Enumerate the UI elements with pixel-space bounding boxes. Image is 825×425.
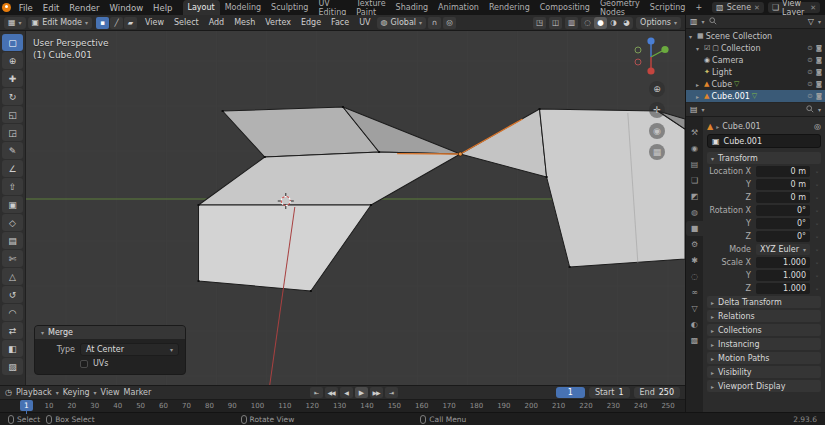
- keyframe-dot-icon[interactable]: ◦: [813, 194, 821, 201]
- keyframe-dot-icon[interactable]: ◦: [813, 246, 821, 253]
- frame-start-field[interactable]: Start 1: [589, 387, 630, 398]
- outliner-editor-icon[interactable]: ▥: [690, 17, 698, 26]
- camera-view-icon[interactable]: ◉: [649, 123, 665, 139]
- timeline-ruler[interactable]: 1 1 10 20 30 40 50 60 70 80 90 100 110 1…: [0, 399, 685, 412]
- prop-tab-world[interactable]: ◍: [686, 205, 703, 220]
- location-y-field[interactable]: 0 m: [756, 179, 810, 190]
- prop-tab-scene[interactable]: ◩: [686, 189, 703, 204]
- section-motion-paths[interactable]: ▸ Motion Paths: [707, 352, 821, 364]
- scale-x-field[interactable]: 1.000: [756, 257, 810, 268]
- tool-poly-build[interactable]: △: [2, 268, 23, 285]
- tool-extrude-region[interactable]: ⇧: [2, 178, 23, 195]
- add-workspace-button[interactable]: +: [690, 0, 707, 15]
- render-visibility-icon[interactable]: ◙: [816, 80, 822, 88]
- menu-file[interactable]: File: [14, 0, 38, 15]
- prop-tab-particles[interactable]: ✱: [686, 253, 703, 268]
- outliner-row-cube-001[interactable]: ▸ ▲ Cube.001 ▽ ⊙ ◙: [686, 90, 825, 102]
- prop-tab-tool[interactable]: ⚒: [686, 125, 703, 140]
- timeline-editor-icon[interactable]: ◷: [5, 388, 12, 397]
- outliner-row-camera[interactable]: ◉ Camera ⊙ ◙: [686, 54, 825, 66]
- menu-mesh[interactable]: Mesh: [230, 18, 259, 27]
- tab-layout[interactable]: Layout: [183, 0, 220, 15]
- merge-uvs-checkbox[interactable]: [80, 360, 88, 368]
- viewport-canvas[interactable]: User Perspective (1) Cube.001: [26, 31, 685, 385]
- collapsed-icon[interactable]: ▸: [696, 93, 702, 100]
- current-frame-field[interactable]: 1: [556, 387, 585, 398]
- gizmos-toggle[interactable]: ◳: [533, 17, 546, 29]
- prev-keyframe-button[interactable]: ◀◀: [325, 387, 338, 398]
- navigation-gizmo[interactable]: [631, 35, 671, 75]
- tool-select-box[interactable]: ▢: [2, 34, 23, 51]
- hide-eye-icon[interactable]: ⊙: [807, 80, 812, 88]
- collapsed-icon[interactable]: ▸: [696, 81, 702, 88]
- tool-cursor[interactable]: ⊕: [2, 52, 23, 69]
- blender-logo-icon[interactable]: [0, 0, 14, 15]
- outliner-row-cube[interactable]: ▸ ▲ Cube ▽ ⊙ ◙: [686, 78, 825, 90]
- properties-editor-icon[interactable]: ▤: [690, 105, 698, 114]
- section-viewport-display[interactable]: ▸ Viewport Display: [707, 380, 821, 392]
- scene-unlink-icon[interactable]: ✕: [754, 4, 760, 12]
- tab-texture-paint[interactable]: Texture Paint: [351, 0, 390, 15]
- keyframe-dot-icon[interactable]: ◦: [813, 181, 821, 188]
- shading-material-button[interactable]: ◑: [607, 17, 620, 29]
- pin-icon[interactable]: ◎: [814, 122, 821, 131]
- edge-select-button[interactable]: ╱: [110, 17, 123, 29]
- tool-scale[interactable]: ◱: [2, 106, 23, 123]
- play-reverse-button[interactable]: ◀: [340, 387, 353, 398]
- tab-uv-editing[interactable]: UV Editing: [313, 0, 351, 15]
- snap-magnet-toggle[interactable]: ∩: [428, 17, 441, 29]
- tab-animation[interactable]: Animation: [433, 0, 484, 15]
- jump-to-end-button[interactable]: ⇥: [385, 387, 398, 398]
- prop-tab-object[interactable]: ■: [686, 221, 703, 236]
- prop-tab-physics[interactable]: ◌: [686, 269, 703, 284]
- playhead[interactable]: 1: [20, 400, 33, 413]
- menu-view[interactable]: View: [141, 18, 168, 27]
- section-transform[interactable]: ▾ Transform: [707, 152, 821, 164]
- prop-tab-object-data[interactable]: ▽: [686, 301, 703, 316]
- menu-edit[interactable]: Edit: [38, 0, 64, 15]
- keyframe-dot-icon[interactable]: ◦: [813, 272, 821, 279]
- scale-z-field[interactable]: 1.000: [756, 283, 810, 294]
- render-visibility-icon[interactable]: ◙: [816, 68, 822, 76]
- ortho-toggle-icon[interactable]: ▦: [649, 144, 665, 160]
- keyframe-dot-icon[interactable]: ◦: [813, 207, 821, 214]
- tab-shading[interactable]: Shading: [391, 0, 434, 15]
- merge-type-dropdown[interactable]: At Center ▾: [80, 343, 179, 356]
- tab-sculpting[interactable]: Sculpting: [266, 0, 313, 15]
- outliner-row-collection[interactable]: ▾ ☑ ▢ Collection ⊙ ◙: [686, 42, 825, 54]
- section-visibility[interactable]: ▸ Visibility: [707, 366, 821, 378]
- rotation-z-field[interactable]: 0°: [756, 231, 810, 242]
- menu-timeline-view[interactable]: View: [101, 388, 120, 397]
- render-visibility-icon[interactable]: ◙: [816, 56, 822, 64]
- object-name-field[interactable]: ▣ Cube.001: [707, 134, 821, 148]
- play-button[interactable]: ▶: [355, 387, 368, 398]
- search-icon[interactable]: [709, 17, 717, 27]
- menu-face[interactable]: Face: [327, 18, 353, 27]
- tool-rotate[interactable]: ↻: [2, 88, 23, 105]
- face-select-button[interactable]: ▰: [124, 17, 137, 29]
- expanded-icon[interactable]: ▾: [696, 45, 702, 52]
- tool-transform[interactable]: ◲: [2, 124, 23, 141]
- hide-eye-icon[interactable]: ⊙: [807, 92, 812, 100]
- tool-spin[interactable]: ↺: [2, 286, 23, 303]
- scene-selector[interactable]: ▧ Scene ✕: [712, 2, 764, 13]
- outliner-row-scene-collection[interactable]: ▾ ▦ Scene Collection: [686, 30, 825, 42]
- tool-bevel[interactable]: ◇: [2, 214, 23, 231]
- tool-annotate[interactable]: ✎: [2, 142, 23, 159]
- zoom-icon[interactable]: ⊕: [649, 81, 665, 97]
- render-visibility-icon[interactable]: ◙: [816, 44, 822, 52]
- tool-move[interactable]: ✚: [2, 70, 23, 87]
- menu-select[interactable]: Select: [170, 18, 203, 27]
- jump-to-start-button[interactable]: ⇤: [310, 387, 323, 398]
- proportional-editing-toggle[interactable]: ◎: [443, 17, 456, 29]
- hide-eye-icon[interactable]: ⊙: [807, 44, 812, 52]
- mode-dropdown[interactable]: ▣ Edit Mode ▾: [28, 17, 92, 29]
- section-collections[interactable]: ▸ Collections: [707, 324, 821, 336]
- tool-measure[interactable]: ∠: [2, 160, 23, 177]
- xray-toggle[interactable]: ▥: [565, 17, 578, 29]
- tab-modeling[interactable]: Modeling: [220, 0, 266, 15]
- tab-compositing[interactable]: Compositing: [535, 0, 595, 15]
- options-dropdown[interactable]: Options ▾: [636, 17, 681, 29]
- editor-type-button[interactable]: ▦ ▾: [4, 17, 26, 29]
- menu-edge[interactable]: Edge: [297, 18, 325, 27]
